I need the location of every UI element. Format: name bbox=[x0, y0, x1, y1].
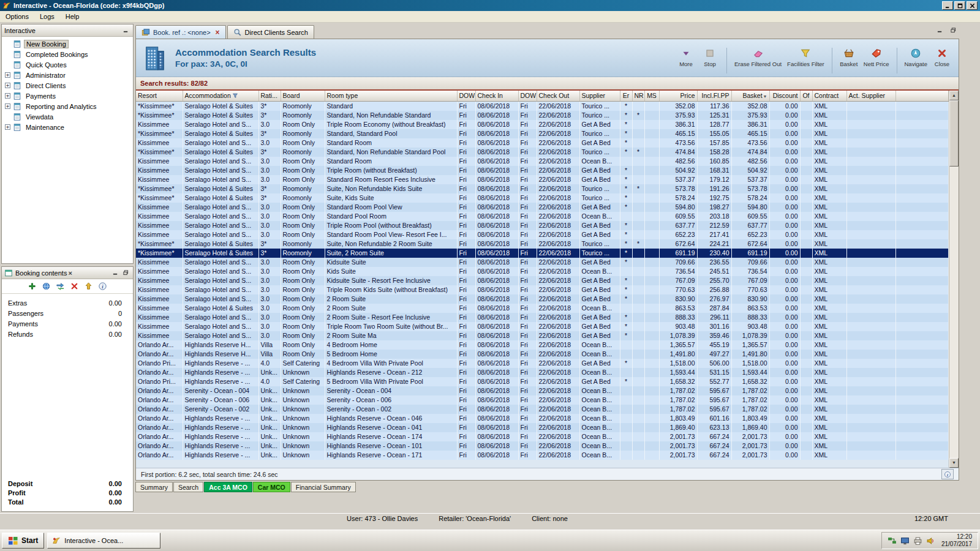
column-header-price[interactable]: Price bbox=[659, 91, 697, 101]
scroll-down-icon[interactable]: ▼ bbox=[949, 458, 959, 468]
bottom-tab-summary[interactable]: Summary bbox=[135, 482, 173, 492]
more-button[interactable]: More bbox=[677, 48, 695, 67]
column-header-contract[interactable]: Contract bbox=[812, 91, 846, 101]
result-row[interactable]: Orlando Ar...Highlands Reserve - ...Unk.… bbox=[136, 423, 949, 432]
result-row[interactable]: KissimmeeSeralago Hotel and S...3.0Room … bbox=[136, 331, 949, 340]
result-row[interactable]: Orlando Pri...Highlands Reserve - ...4.0… bbox=[136, 377, 949, 386]
result-row[interactable]: KissimmeeSeralago Hotel and S...3.0Room … bbox=[136, 267, 949, 276]
scrollbar-thumb[interactable] bbox=[949, 100, 959, 167]
result-row[interactable]: Orlando Ar...Highlands Reserve - ...Unk.… bbox=[136, 441, 949, 451]
vertical-scrollbar[interactable]: ▲ ▼ bbox=[949, 91, 959, 468]
basket-button[interactable]: Basket bbox=[840, 48, 858, 67]
bottom-tab-search[interactable]: Search bbox=[173, 482, 203, 492]
result-row[interactable]: KissimmeeSeralago Hotel and S...3.0Room … bbox=[136, 258, 949, 267]
column-header-dow[interactable]: DOW bbox=[518, 91, 537, 101]
tab-close-icon[interactable]: × bbox=[216, 29, 220, 36]
result-row[interactable]: KissimmeeSeralago Hotel and S...3.0Room … bbox=[136, 212, 949, 221]
nett-price-button[interactable]: Nett Price bbox=[864, 48, 889, 67]
column-header-board[interactable]: Board bbox=[281, 91, 325, 101]
minimize-view-button[interactable] bbox=[935, 26, 944, 34]
result-row[interactable]: Orlando Ar...Highlands Reserve H...Villa… bbox=[136, 340, 949, 350]
tray-volume-icon[interactable] bbox=[926, 536, 935, 545]
result-row[interactable]: *Kissimmee*Seralago Hotel & Suites3*Room… bbox=[136, 193, 949, 203]
sidebar-item-maintenance[interactable]: +Maintenance bbox=[2, 122, 133, 132]
column-header-basket[interactable]: Basket▼ bbox=[731, 91, 769, 101]
tab-book-ref-none[interactable]: Book. ref .: <none>× bbox=[135, 25, 226, 39]
result-row[interactable]: KissimmeeSeralago Hotel and S...3.0Room … bbox=[136, 203, 949, 212]
result-row[interactable]: KissimmeeSeralago Hotel and S...3.0Room … bbox=[136, 313, 949, 322]
column-header-of[interactable]: Of bbox=[800, 91, 812, 101]
column-filter-icon[interactable] bbox=[232, 92, 238, 99]
sidebar-item-direct-clients[interactable]: +Direct Clients bbox=[2, 80, 133, 91]
column-header-ms[interactable]: MS bbox=[644, 91, 659, 101]
sidebar-item-administrator[interactable]: +Administrator bbox=[2, 70, 133, 80]
result-row[interactable]: *Kissimmee*Seralago Hotel & Suites3*Room… bbox=[136, 184, 949, 193]
column-header-supplier[interactable]: Supplier bbox=[579, 91, 620, 101]
info-button[interactable]: i bbox=[941, 469, 954, 479]
expand-icon[interactable]: + bbox=[5, 72, 10, 78]
column-header-check-in[interactable]: Check In bbox=[475, 91, 518, 101]
close-button[interactable]: Close bbox=[933, 48, 951, 67]
result-row[interactable]: *Kissimmee*Seralago Hotel & Suites3*Room… bbox=[136, 148, 949, 157]
close-panel-icon[interactable]: × bbox=[68, 269, 72, 277]
booking-item-refunds[interactable]: Refunds0.00 bbox=[8, 329, 122, 339]
expand-icon[interactable]: + bbox=[5, 103, 10, 109]
expand-icon[interactable]: + bbox=[5, 83, 10, 88]
erase-filtered-out-button[interactable]: Erase Filtered Out bbox=[734, 48, 782, 67]
menu-item-options[interactable]: Options bbox=[0, 12, 34, 21]
result-row[interactable]: Orlando Ar...Serenity - Ocean - 004Unk..… bbox=[136, 386, 949, 395]
restore-booking-panel-button[interactable] bbox=[121, 269, 130, 277]
result-row[interactable]: Orlando Ar...Highlands Reserve - ...Unk.… bbox=[136, 414, 949, 423]
tray-network-icon[interactable] bbox=[888, 536, 897, 545]
result-row[interactable]: Orlando Pri...Highlands Reserve - ...4.0… bbox=[136, 359, 949, 368]
taskbar-app-button[interactable]: Interactive - Ocea... bbox=[47, 533, 160, 549]
booking-item-passengers[interactable]: Passengers0 bbox=[8, 308, 122, 318]
result-row[interactable]: KissimmeeSeralago Hotel and S...3.0Room … bbox=[136, 120, 949, 129]
column-header-incl-fl-pp[interactable]: Incl.Fl.PP bbox=[697, 91, 731, 101]
maximize-button[interactable] bbox=[954, 1, 965, 10]
result-row[interactable]: Orlando Ar...Serenity - Ocean - 002Unk..… bbox=[136, 405, 949, 414]
tab-direct-clients-search[interactable]: Direct Clients Search bbox=[227, 25, 314, 39]
scroll-up-icon[interactable]: ▲ bbox=[949, 91, 959, 100]
result-row[interactable]: KissimmeeSeralago Hotel and S...3.0Room … bbox=[136, 294, 949, 304]
result-row[interactable]: *Kissimmee*Seralago Hotel & Suites3*Room… bbox=[136, 111, 949, 120]
tray-print-icon[interactable] bbox=[913, 536, 922, 545]
result-row[interactable]: Orlando Ar...Highlands Reserve - ...Unk.… bbox=[136, 368, 949, 377]
result-row[interactable]: Orlando Ar...Highlands Reserve - ...Unk.… bbox=[136, 451, 949, 460]
bottom-tab-financial-summary[interactable]: Financial Summary bbox=[291, 482, 356, 492]
sidebar-item-new-booking[interactable]: New Booking bbox=[2, 39, 133, 49]
result-row[interactable]: *Kissimmee*Seralago Hotel & Suites3*Room… bbox=[136, 239, 949, 249]
info-icon[interactable]: i bbox=[98, 282, 107, 291]
column-header-nr[interactable]: NR bbox=[632, 91, 644, 101]
column-header-act-supplier[interactable]: Act. Supplier bbox=[846, 91, 895, 101]
column-header-dow[interactable]: DOW bbox=[457, 91, 475, 101]
delete-icon[interactable] bbox=[70, 282, 79, 291]
result-row[interactable]: Orlando Ar...Highlands Reserve H...Villa… bbox=[136, 350, 949, 359]
expand-icon[interactable]: + bbox=[5, 124, 10, 130]
facilities-filter-button[interactable]: Facilities Filter bbox=[787, 48, 824, 67]
column-header-accommodation[interactable]: Accommodation bbox=[183, 91, 258, 101]
bottom-tab-acc-3a-mco[interactable]: Acc 3A MCO bbox=[204, 482, 252, 492]
minimize-booking-panel-button[interactable] bbox=[111, 269, 120, 277]
result-row[interactable]: KissimmeeSeralago Hotel and S...3.0Room … bbox=[136, 166, 949, 175]
column-header-check-out[interactable]: Check Out bbox=[537, 91, 579, 101]
column-header-resort[interactable]: Resort bbox=[136, 91, 183, 101]
booking-item-payments[interactable]: Payments0.00 bbox=[8, 318, 122, 329]
sidebar-item-reporting-and-analytics[interactable]: +Reporting and Analytics bbox=[2, 101, 133, 111]
sidebar-item-payments[interactable]: +Payments bbox=[2, 91, 133, 101]
result-row[interactable]: KissimmeeSeralago Hotel and S...3.0Room … bbox=[136, 138, 949, 148]
restore-view-button[interactable] bbox=[949, 26, 958, 34]
result-row[interactable]: Orlando Ar...Serenity - Ocean - 006Unk..… bbox=[136, 395, 949, 405]
tray-display-icon[interactable] bbox=[900, 536, 910, 545]
column-header-room-type[interactable]: Room type bbox=[325, 91, 457, 101]
column-header-er[interactable]: Er bbox=[620, 91, 632, 101]
minimize-panel-button[interactable] bbox=[121, 26, 130, 34]
menu-item-logs[interactable]: Logs bbox=[34, 12, 60, 21]
result-row[interactable]: KissimmeeSeralago Hotel and S...3.0Room … bbox=[136, 230, 949, 239]
sidebar-item-completed-bookings[interactable]: Completed Bookings bbox=[2, 49, 133, 59]
result-row[interactable]: KissimmeeSeralago Hotel and S...3.0Room … bbox=[136, 175, 949, 184]
close-window-button[interactable] bbox=[967, 1, 978, 10]
booking-item-extras[interactable]: Extras0.00 bbox=[8, 298, 122, 308]
column-header-rati[interactable]: Rati... bbox=[258, 91, 281, 101]
menu-item-help[interactable]: Help bbox=[60, 12, 85, 21]
